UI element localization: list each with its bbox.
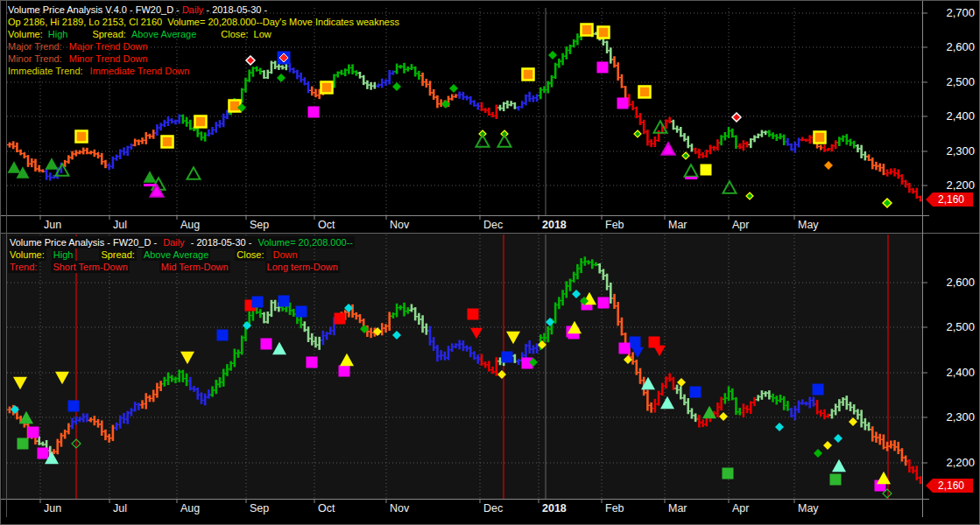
- signal-marker: [321, 82, 333, 94]
- legend-segment: Immediate Trend:: [8, 65, 83, 77]
- bottom-last-price: 2,160: [933, 479, 973, 493]
- legend-segment: Volume:: [8, 248, 46, 261]
- signal-marker: [68, 401, 80, 412]
- signal-marker: [144, 184, 156, 186]
- tag-arrow-icon: [926, 479, 933, 493]
- legend-segment: Trend:: [8, 261, 39, 273]
- signal-marker: [28, 427, 39, 438]
- legend-segment: Low: [254, 28, 271, 40]
- signal-marker: [634, 130, 641, 137]
- y-tick-label: 2,300: [946, 410, 975, 424]
- y-tick-label: 2,400: [946, 109, 975, 122]
- signal-marker: [662, 143, 675, 155]
- x-tick-label: Oct: [318, 219, 335, 231]
- legend-segment: Spread:: [99, 248, 137, 261]
- signal-marker: [296, 306, 307, 318]
- x-tick-label: Mar: [668, 219, 687, 231]
- legend-segment: Down: [271, 248, 300, 261]
- x-tick-label: May: [798, 502, 819, 514]
- x-tick-label: Feb: [605, 502, 624, 514]
- signal-marker: [619, 343, 631, 354]
- signal-marker: [548, 51, 557, 60]
- signal-marker: [682, 152, 689, 159]
- signal-marker: [335, 313, 346, 325]
- y-tick-label: 2,200: [946, 178, 975, 192]
- legend-line: Minor Trend:Minor Trend Down: [8, 52, 399, 65]
- legend-segment: Mid Term-Down: [159, 261, 230, 273]
- legend-segment: Minor Trend Down: [69, 52, 148, 65]
- signal-marker: [476, 135, 490, 147]
- signal-marker: [690, 387, 702, 398]
- signal-marker: [307, 357, 318, 368]
- signal-marker: [598, 27, 610, 38]
- signal-marker: [261, 339, 272, 350]
- legend-line: Volume:HighSpread:Above AverageClose:Low: [8, 28, 399, 40]
- signal-marker: [217, 330, 229, 341]
- legend-segment: Volume= 20,208.000--: [256, 236, 355, 248]
- x-tick-label: Dec: [483, 219, 503, 231]
- x-tick-label: 2018: [542, 219, 567, 231]
- x-tick-label: Oct: [318, 502, 335, 514]
- signal-marker: [18, 438, 29, 450]
- signal-marker: [308, 107, 320, 118]
- legend-line: Volume:HighSpread:Above AverageClose:Dow…: [8, 248, 355, 261]
- legend-segment: Volume Price Analysis - FW20_D -: [8, 236, 161, 248]
- top-last-price: 2,160: [933, 192, 973, 206]
- x-tick-label: 2018: [542, 502, 567, 514]
- y-tick-label: 2,700: [946, 6, 975, 19]
- y-tick-label: 2,400: [946, 366, 975, 379]
- x-tick-label: Jun: [44, 502, 61, 514]
- signal-marker: [701, 164, 712, 176]
- signal-marker: [187, 167, 201, 179]
- y-tick-label: 2,200: [946, 456, 975, 469]
- legend-segment: Above Average: [131, 28, 196, 40]
- x-tick-label: Apr: [732, 502, 749, 514]
- legend-segment: Major Trend Down: [69, 40, 148, 52]
- signal-marker: [813, 384, 824, 396]
- signal-marker: [582, 24, 593, 36]
- y-tick-label: 2,600: [946, 276, 975, 289]
- signal-marker: [830, 474, 842, 486]
- x-tick-label: Feb: [605, 219, 624, 231]
- y-tick-label: 2,300: [946, 144, 975, 158]
- legend-segment: Immediate Trend Down: [90, 65, 190, 77]
- signal-marker: [639, 87, 651, 98]
- y-tick-label: 2,600: [946, 40, 975, 53]
- bottom-panel-bg: [2, 234, 922, 499]
- legend-segment: - 2018-05-30 -: [203, 4, 267, 16]
- signal-marker: [76, 131, 88, 143]
- signal-marker: [824, 161, 833, 170]
- x-tick-label: Jun: [44, 219, 61, 231]
- signal-marker: [38, 448, 49, 459]
- signal-marker: [723, 181, 737, 193]
- signal-marker: [523, 69, 534, 80]
- x-tick-label: Mar: [668, 502, 687, 514]
- signal-marker: [468, 309, 479, 320]
- legend-segment: Daily: [161, 236, 186, 248]
- signal-marker: [229, 101, 241, 112]
- signal-marker: [598, 298, 610, 309]
- legend-segment: Minor Trend:: [8, 52, 62, 65]
- bottom-panel-legend: Volume Price Analysis - FW20_D - Daily -…: [8, 236, 355, 273]
- legend-segment: Close:: [235, 248, 265, 261]
- signal-marker: [685, 177, 697, 179]
- legend-segment: Short Term-Down: [51, 261, 129, 273]
- legend-line: Volume Price Analysis - FW20_D - Daily -…: [8, 236, 355, 248]
- signal-marker: [252, 297, 264, 308]
- signal-marker: [814, 132, 826, 144]
- signal-marker: [630, 337, 641, 348]
- signal-marker: [502, 352, 513, 363]
- chart-window: 2,7002,6002,5002,4002,3002,200JunJulAugS…: [0, 0, 980, 525]
- legend-segment: High: [48, 28, 68, 40]
- legend-segment: Spread:: [92, 28, 126, 40]
- top-panel-legend: Volume Price Analysis V.4.0 - FW20_D - D…: [8, 4, 399, 77]
- signal-marker: [883, 199, 892, 207]
- legend-line: Volume Price Analysis V.4.0 - FW20_D - D…: [8, 4, 399, 16]
- legend-segment: Daily: [182, 4, 203, 16]
- x-tick-label: Nov: [390, 219, 410, 231]
- signal-marker: [617, 98, 629, 109]
- x-tick-label: Aug: [180, 502, 200, 514]
- x-tick-label: May: [798, 219, 819, 231]
- legend-segment: Op 2186, Hi 2189, Lo 2153, Cl 2160 Volum…: [8, 16, 399, 28]
- signal-marker: [732, 113, 741, 122]
